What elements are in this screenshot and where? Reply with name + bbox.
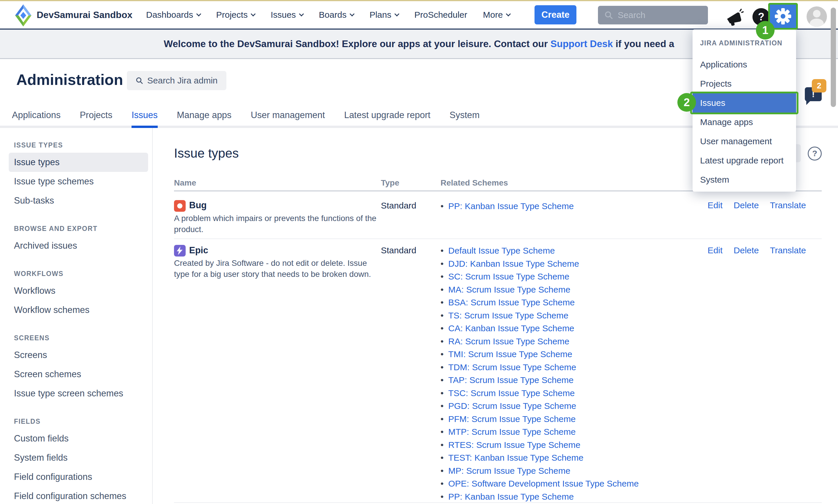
- vertical-scrollbar-thumb[interactable]: [831, 7, 836, 107]
- scheme-link[interactable]: PP: Kanban Issue Type Scheme: [448, 201, 574, 211]
- scheme-link[interactable]: PP: Kanban Issue Type Scheme: [448, 492, 574, 502]
- sidebar-item[interactable]: Archived issues: [0, 236, 152, 255]
- admin-sidebar: ISSUE TYPES Issue types Issue type schem…: [0, 128, 153, 504]
- scheme-link[interactable]: BSA: Scrum Issue Type Scheme: [448, 298, 575, 307]
- scheme-link[interactable]: DJD: Kanban Issue Type Scheme: [448, 259, 579, 269]
- scheme-link[interactable]: TS: Scrum Issue Type Scheme: [448, 311, 569, 321]
- sidebar-section-title: FIELDS: [14, 418, 152, 426]
- scheme-link[interactable]: MA: Scrum Issue Type Scheme: [448, 285, 571, 294]
- chevron-down-icon: [506, 11, 511, 16]
- related-schemes-list: PP: Kanban Issue Type Scheme: [441, 200, 574, 213]
- action-link[interactable]: Delete: [733, 246, 759, 255]
- sidebar-item[interactable]: Workflow schemes: [0, 301, 152, 320]
- sidebar-item[interactable]: Sub-tasks: [0, 191, 152, 210]
- dropdown-heading: JIRA ADMINISTRATION: [693, 29, 796, 47]
- admin-tab[interactable]: Latest upgrade report: [344, 110, 430, 121]
- scheme-link[interactable]: TDM: Scrum Issue Type Scheme: [448, 362, 576, 372]
- admin-dropdown-item[interactable]: Applications: [693, 55, 796, 74]
- action-link[interactable]: Edit: [708, 246, 723, 255]
- column-header-type: Type: [381, 178, 399, 187]
- admin-dropdown-item[interactable]: Latest upgrade report: [693, 151, 796, 170]
- scheme-link[interactable]: CA: Kanban Issue Type Scheme: [448, 323, 574, 333]
- sidebar-item[interactable]: System fields: [0, 448, 152, 467]
- user-avatar[interactable]: [806, 6, 827, 27]
- sidebar-item[interactable]: Issue type schemes: [0, 172, 152, 191]
- issue-type-description: A problem which impairs or prevents the …: [174, 213, 378, 235]
- admin-tab[interactable]: Issues: [131, 110, 158, 121]
- nav-item[interactable]: Dashboards: [146, 10, 200, 20]
- scheme-link[interactable]: Default Issue Type Scheme: [448, 246, 555, 256]
- support-desk-link[interactable]: Support Desk: [551, 38, 613, 50]
- scheme-link[interactable]: RA: Scrum Issue Type Scheme: [448, 337, 569, 346]
- sidebar-item[interactable]: Field configuration schemes: [0, 487, 152, 504]
- sidebar-section: BROWSE AND EXPORT Archived issues: [0, 225, 152, 255]
- list-item: TS: Scrum Issue Type Scheme: [441, 309, 639, 322]
- action-link[interactable]: Delete: [733, 200, 759, 210]
- admin-tab-bar: Applications Projects Issues Manage apps…: [12, 110, 480, 121]
- announcements-megaphone-icon[interactable]: [725, 9, 744, 27]
- action-link[interactable]: Translate: [770, 246, 806, 255]
- sidebar-item[interactable]: Screen schemes: [0, 365, 152, 384]
- top-navigation-bar: DevSamurai Sandbox Dashboards Projects I…: [0, 1, 838, 30]
- scheme-link[interactable]: SC: Scrum Issue Type Scheme: [448, 272, 569, 282]
- scheme-link[interactable]: MP: Scrum Issue Type Scheme: [448, 466, 571, 476]
- jira-admin-page: DevSamurai Sandbox Dashboards Projects I…: [0, 0, 838, 504]
- nav-item[interactable]: ProScheduler: [414, 10, 467, 20]
- scheme-link[interactable]: PGD: Scrum Issue Type Scheme: [448, 401, 576, 411]
- issue-type-category: Standard: [381, 201, 416, 211]
- nav-item[interactable]: Issues: [271, 10, 303, 20]
- scheme-link[interactable]: TEST: Kanban Issue Type Scheme: [448, 453, 584, 463]
- nav-item[interactable]: Boards: [319, 10, 354, 20]
- admin-dropdown-item[interactable]: Manage apps: [693, 112, 796, 132]
- sidebar-item[interactable]: Custom fields: [0, 429, 152, 448]
- list-item: TMI: Scrum Issue Type Scheme: [441, 348, 639, 361]
- nav-item[interactable]: More: [483, 10, 510, 20]
- list-item: PGD: Scrum Issue Type Scheme: [441, 400, 639, 413]
- list-item: Default Issue Type Scheme: [441, 244, 639, 257]
- scheme-link[interactable]: TSC: Scrum Issue Type Scheme: [448, 388, 575, 398]
- create-button[interactable]: Create: [535, 5, 576, 24]
- nav-item[interactable]: Projects: [216, 10, 255, 20]
- admin-tab[interactable]: Manage apps: [177, 110, 232, 121]
- search-jira-admin-button[interactable]: Search Jira admin: [127, 71, 226, 90]
- admin-dropdown-item[interactable]: System: [693, 170, 796, 189]
- action-link[interactable]: Edit: [708, 200, 723, 210]
- brand-name: DevSamurai Sandbox: [37, 10, 132, 20]
- nav-item-label: ProScheduler: [414, 10, 467, 20]
- issue-type-name: Epic: [189, 245, 208, 256]
- nav-item[interactable]: Plans: [370, 10, 399, 20]
- scheme-link[interactable]: MTP: Scrum Issue Type Scheme: [448, 427, 576, 437]
- nav-item-label: Plans: [370, 10, 391, 20]
- admin-dropdown-item[interactable]: User management: [693, 132, 796, 151]
- admin-dropdown-item[interactable]: Issues: [693, 93, 796, 112]
- chevron-down-icon: [299, 11, 304, 16]
- list-item: SC: Scrum Issue Type Scheme: [441, 270, 639, 283]
- admin-tab[interactable]: User management: [251, 110, 325, 121]
- sidebar-item[interactable]: Workflows: [0, 281, 152, 301]
- sidebar-section: WORKFLOWS Workflows Workflow schemes: [0, 270, 152, 320]
- sidebar-item[interactable]: Issue types: [9, 153, 148, 172]
- column-header-name: Name: [174, 178, 196, 187]
- scheme-link[interactable]: OPE: Software Development Issue Type Sch…: [448, 479, 639, 489]
- devsamurai-logo-icon[interactable]: [15, 4, 32, 26]
- issue-type-category: Standard: [381, 246, 416, 255]
- nav-item-label: Boards: [319, 10, 346, 20]
- scheme-link[interactable]: TAP: Scrum Issue Type Scheme: [448, 375, 574, 385]
- admin-tab[interactable]: Applications: [12, 110, 60, 121]
- help-circle-icon[interactable]: ?: [808, 147, 822, 161]
- list-item: MA: Scrum Issue Type Scheme: [441, 283, 639, 296]
- action-link[interactable]: Translate: [770, 200, 806, 210]
- sidebar-item[interactable]: Screens: [0, 345, 152, 365]
- admin-tab[interactable]: System: [449, 110, 480, 121]
- scheme-link[interactable]: PFM: Scrum Issue Type Scheme: [448, 414, 576, 424]
- sidebar-item[interactable]: Issue type screen schemes: [0, 384, 152, 403]
- global-search-input[interactable]: Search: [598, 6, 708, 24]
- admin-dropdown-item[interactable]: Projects: [693, 74, 796, 93]
- sidebar-section-title: BROWSE AND EXPORT: [14, 225, 152, 233]
- scheme-link[interactable]: RTES: Scrum Issue Type Scheme: [448, 440, 581, 450]
- scheme-link[interactable]: TMI: Scrum Issue Type Scheme: [448, 349, 572, 359]
- table-row-epic: Epic Created by Jira Software - do not e…: [174, 240, 822, 503]
- sidebar-item[interactable]: Field configurations: [0, 467, 152, 487]
- list-item: PP: Kanban Issue Type Scheme: [441, 490, 639, 503]
- admin-tab[interactable]: Projects: [80, 110, 112, 121]
